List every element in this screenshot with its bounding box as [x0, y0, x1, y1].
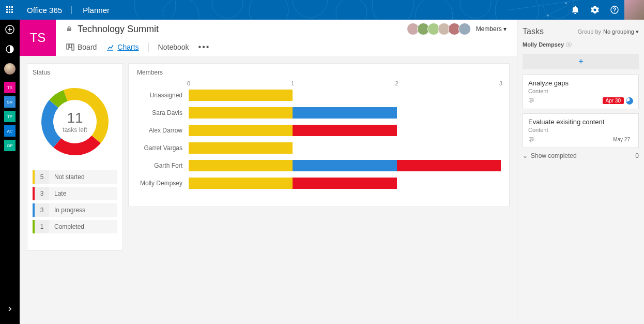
tab-board-label: Board: [78, 43, 97, 51]
app-name[interactable]: Planner: [83, 6, 110, 14]
notifications-icon[interactable]: [565, 0, 585, 20]
member-bar-row[interactable]: Garth Fort: [137, 160, 501, 171]
member-name-label: Garret Vargas: [137, 144, 189, 152]
svg-point-0: [134, 0, 176, 20]
svg-rect-29: [69, 44, 71, 48]
svg-line-12: [543, 5, 569, 18]
rail-plan-tile[interactable]: TP: [4, 111, 16, 122]
status-legend-row[interactable]: 3 In progress: [33, 203, 117, 217]
member-name-label: Alex Darrow: [137, 127, 189, 134]
filter-person-pill[interactable]: Molly Dempsey ⓧ: [523, 41, 572, 49]
status-legend-row[interactable]: 5 Not started: [33, 170, 117, 184]
plan-tile[interactable]: TS: [20, 20, 56, 56]
member-name-label: Garth Fort: [137, 162, 189, 169]
legend-label: Late: [49, 187, 117, 200]
comment-icon: 💬︎: [528, 97, 534, 105]
rail-plan-tile[interactable]: TS: [4, 82, 16, 93]
axis-tick-label: 3: [499, 80, 502, 86]
svg-point-4: [293, 0, 328, 18]
svg-point-25: [614, 11, 615, 12]
bar-segment: [189, 107, 293, 119]
lock-icon: 🔒︎: [66, 25, 72, 33]
task-due-date: May 27: [610, 136, 633, 143]
plan-header: TS 🔒︎ Technology Summit Members ▾ Board …: [20, 20, 517, 56]
svg-rect-16: [9, 6, 10, 8]
comment-icon: 💬︎: [528, 136, 534, 143]
my-tasks-avatar[interactable]: [0, 59, 20, 79]
bar-segment: [189, 142, 293, 154]
bar-segment: [189, 125, 293, 136]
settings-icon[interactable]: [585, 0, 605, 20]
svg-point-2: [212, 0, 243, 18]
members-card-title: Members: [137, 69, 501, 76]
svg-point-9: [495, 0, 539, 20]
svg-rect-15: [6, 6, 8, 8]
member-name-label: Sara Davis: [137, 109, 189, 116]
rail-plan-tile[interactable]: AC: [4, 125, 16, 137]
status-legend-row[interactable]: 1 Completed: [33, 220, 117, 233]
member-bar-row[interactable]: Molly Dempsey: [137, 178, 501, 189]
task-card[interactable]: Evaluate exisiting content Content 💬︎ Ma…: [523, 113, 639, 148]
status-card-title: Status: [33, 69, 117, 76]
tab-notebook[interactable]: Notebook: [158, 43, 189, 51]
tasks-panel: Tasks Group by No grouping ▾ Molly Demps…: [517, 20, 644, 324]
app-launcher-icon[interactable]: [0, 0, 20, 20]
new-plan-icon[interactable]: [0, 20, 20, 39]
rail-plan-tile[interactable]: OP: [4, 140, 16, 151]
tab-charts[interactable]: Charts: [106, 43, 139, 51]
legend-count: 5: [35, 170, 49, 184]
suite-brand[interactable]: Office 365: [27, 6, 62, 14]
add-task-button[interactable]: ＋: [523, 54, 639, 69]
legend-label: Completed: [49, 220, 117, 233]
charts-content: Status 11 tasks left 5 Not started 3 Lat…: [20, 56, 517, 324]
status-card: Status 11 tasks left 5 Not started 3 Lat…: [27, 63, 123, 251]
member-name-label: Unassigned: [137, 92, 189, 99]
status-legend-row[interactable]: 3 Late: [33, 187, 117, 200]
plan-title[interactable]: Technology Summit: [78, 24, 159, 35]
bar-segment: [189, 90, 293, 101]
svg-rect-20: [11, 9, 13, 10]
status-donut-chart[interactable]: 11 tasks left: [34, 80, 116, 163]
members-bar-chart[interactable]: 0123 UnassignedSara DavisAlex DarrowGarr…: [137, 80, 501, 189]
svg-rect-23: [11, 11, 13, 13]
bar-segment: [293, 160, 396, 171]
member-bar-row[interactable]: Unassigned: [137, 90, 501, 101]
legend-label: Not started: [49, 170, 117, 184]
clear-filter-icon[interactable]: ⓧ: [566, 41, 572, 49]
help-icon[interactable]: [605, 0, 624, 20]
axis-tick-label: 2: [395, 80, 398, 86]
more-menu-icon[interactable]: •••: [198, 42, 210, 52]
svg-point-6: [372, 0, 413, 20]
svg-point-14: [547, 14, 549, 17]
member-name-label: Molly Dempsey: [137, 180, 189, 187]
member-bar-row[interactable]: Sara Davis: [137, 107, 501, 119]
svg-rect-18: [6, 9, 8, 10]
plan-members-avatars[interactable]: Members ▾: [409, 23, 517, 35]
bar-segment: [397, 160, 501, 171]
bar-segment: [189, 160, 293, 171]
group-by-dropdown[interactable]: No grouping ▾: [603, 28, 639, 35]
task-card[interactable]: Analyze gaps Content 💬︎ Apr 30: [523, 75, 639, 109]
svg-point-3: [249, 0, 288, 20]
bar-segment: [293, 178, 396, 189]
members-dropdown[interactable]: Members ▾: [476, 25, 507, 33]
axis-tick-label: 1: [291, 80, 294, 86]
legend-count: 3: [35, 187, 49, 200]
member-bar-row[interactable]: Garret Vargas: [137, 142, 501, 154]
rail-plan-tile[interactable]: SR: [4, 96, 16, 108]
tab-board[interactable]: Board: [66, 43, 97, 51]
group-by-label: Group by: [578, 28, 601, 35]
me-avatar[interactable]: [624, 0, 644, 20]
expand-rail-icon[interactable]: [0, 299, 20, 319]
chevron-down-icon: ⌄: [523, 152, 528, 159]
svg-rect-17: [11, 6, 13, 8]
legend-count: 3: [35, 203, 49, 217]
member-bar-row[interactable]: Alex Darrow: [137, 125, 501, 136]
show-completed-toggle[interactable]: ⌄ Show completed 0: [523, 152, 639, 159]
svg-rect-21: [6, 11, 8, 13]
legend-label: In progress: [49, 203, 117, 217]
tab-notebook-label: Notebook: [158, 43, 189, 51]
assignee-icon: [626, 97, 633, 105]
svg-rect-28: [67, 44, 69, 49]
planner-hub-icon[interactable]: [0, 39, 20, 59]
